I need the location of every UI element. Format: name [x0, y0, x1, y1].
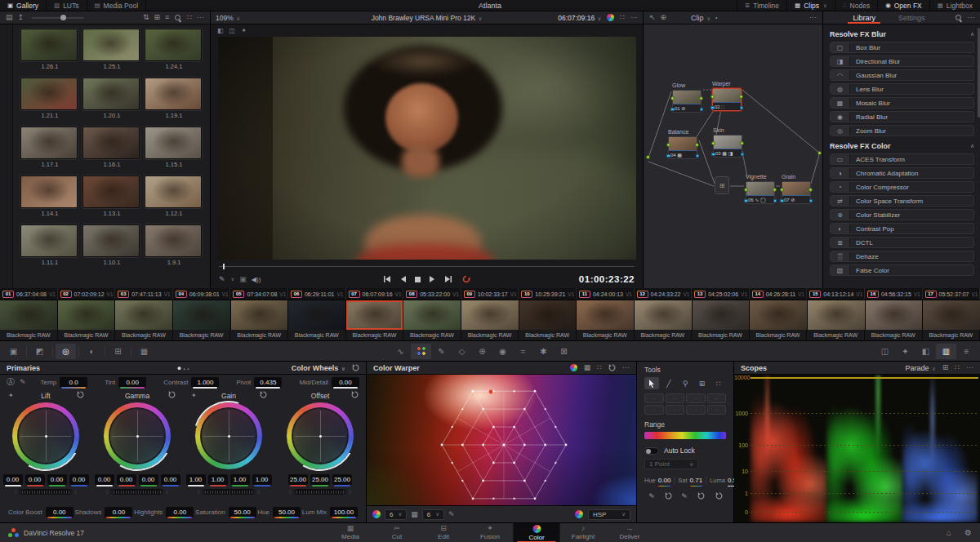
node-key-in-port[interactable]: [710, 106, 715, 110]
page-button-edit[interactable]: ⊟Edit: [421, 523, 467, 542]
timeline-thumbnail[interactable]: [403, 300, 461, 330]
timeline-thumbnail[interactable]: [231, 300, 288, 330]
viewer-source-timecode[interactable]: 06:07:09:16 ∨: [558, 14, 601, 22]
timeline-clip-entry[interactable]: 0106:37:04:08V1: [0, 288, 58, 300]
split-wipe-icon[interactable]: ◫: [229, 27, 236, 34]
color-wheel-lift[interactable]: [12, 402, 79, 469]
wheel-value-field[interactable]: 1.00: [230, 474, 250, 485]
page-button-color[interactable]: Color: [514, 523, 560, 542]
gallery-still[interactable]: 1.13.1: [82, 175, 141, 220]
node-input-port[interactable]: [646, 155, 650, 159]
gallery-still[interactable]: 1.20.1: [82, 78, 141, 122]
top-tab-lightbox[interactable]: ▦Lightbox: [929, 0, 980, 11]
wheel-value-field[interactable]: 25.00: [332, 474, 352, 485]
stills-icon[interactable]: ▤: [6, 14, 13, 21]
fx-item[interactable]: ◔Color Compressor: [830, 181, 974, 193]
node-key-in-port[interactable]: [666, 154, 670, 158]
node-key-out-port[interactable]: [773, 199, 777, 203]
node-rgb-in-port[interactable]: [780, 188, 784, 192]
timeline-clip-entry[interactable]: 0706:07:09:16V1: [346, 288, 404, 300]
magic-mask-icon[interactable]: ◉: [492, 344, 513, 359]
timeline-clip-entry[interactable]: 1104:24:00:13V1: [577, 288, 635, 300]
scopes-icon[interactable]: ▥: [936, 344, 956, 359]
gallery-still[interactable]: 1.15.1: [145, 127, 203, 171]
expand-viewer-icon[interactable]: ∷: [620, 14, 625, 21]
project-settings-icon[interactable]: ⚙: [964, 528, 972, 537]
node-rgb-in-port[interactable]: [670, 96, 675, 100]
auto-balance-icon[interactable]: Ⓐ: [7, 378, 15, 386]
wheel-center-dot[interactable]: [136, 435, 139, 438]
fx-item[interactable]: ⇄Color Space Transform: [830, 195, 974, 207]
motion-effects-icon[interactable]: ▦: [134, 344, 154, 359]
timeline-clip-entry[interactable]: 1705:52:37:07V1: [923, 288, 980, 300]
grab-still-icon[interactable]: ▣: [239, 275, 247, 283]
color-warper-graph[interactable]: [367, 375, 636, 505]
node-rgb-out-port[interactable]: [699, 96, 703, 100]
sat-divisions-select[interactable]: 6∨: [422, 509, 444, 520]
previous-clip-button[interactable]: [383, 276, 391, 282]
gallery-album-strip[interactable]: [0, 24, 13, 288]
node-key-out-port[interactable]: [696, 154, 700, 158]
viewer-zoom-select[interactable]: 109% ∨: [216, 14, 240, 22]
gallery-still[interactable]: 1.17.1: [20, 127, 79, 171]
fx-item[interactable]: ◨Directional Blur: [830, 56, 974, 67]
field-value[interactable]: 0.00: [658, 477, 671, 484]
footer-param-value[interactable]: 0.00: [46, 507, 74, 518]
param-value-field[interactable]: 0.435: [254, 377, 282, 388]
node-key-out-port[interactable]: [809, 199, 813, 203]
color-sampler-icon[interactable]: ✎: [219, 275, 225, 283]
page-button-deliver[interactable]: →Deliver: [607, 523, 653, 542]
library-tab-library[interactable]: Library: [841, 11, 887, 24]
wheel-center-dot[interactable]: [319, 435, 322, 438]
timeline-thumbnail[interactable]: [635, 300, 692, 330]
highlight-icon[interactable]: ✦: [895, 344, 915, 359]
gallery-still[interactable]: 1.12.1: [145, 175, 203, 220]
footer-param-value[interactable]: 0.00: [105, 507, 132, 518]
node-rgb-in-port[interactable]: [711, 141, 715, 145]
brush-plus-button[interactable]: ✎: [644, 490, 659, 502]
node-rgb-out-port[interactable]: [739, 95, 743, 99]
color-wheel-gain[interactable]: [195, 402, 262, 469]
expand-tool-button[interactable]: ∷: [711, 377, 726, 389]
footer-param-value[interactable]: 100.00: [330, 507, 358, 518]
timeline-thumbnail[interactable]: [0, 300, 57, 330]
timeline-clip-entry[interactable]: 1010:25:39:21V1: [519, 288, 577, 300]
search-icon[interactable]: [174, 14, 182, 22]
top-tab-timeline[interactable]: ≣Timeline: [737, 0, 786, 11]
color-wheel-gamma[interactable]: [104, 402, 171, 469]
wheel-reset-icon[interactable]: [260, 391, 267, 400]
power-window-icon[interactable]: ◇: [452, 344, 472, 359]
wheel-value-field[interactable]: 0.00: [3, 474, 23, 485]
timeline-clip-entry[interactable]: 0805:33:22:00V1: [403, 288, 461, 300]
fx-item[interactable]: ▧False Color: [830, 264, 974, 276]
next-clip-button[interactable]: [444, 276, 452, 282]
color-wheels-icon[interactable]: ◎: [56, 344, 76, 359]
expand-icon[interactable]: ∷: [187, 14, 192, 21]
wheel-mode-icon[interactable]: ✦: [191, 392, 197, 399]
draw-tool-icon[interactable]: ✎: [448, 511, 455, 518]
gallery-still[interactable]: 1.16.1: [82, 127, 141, 171]
node-glow[interactable]: Glow01 ⊘: [672, 82, 702, 113]
fx-item[interactable]: ▦Mosaic Blur: [830, 97, 974, 109]
scope-expand-icon[interactable]: ∷: [955, 364, 960, 371]
lock-point-select[interactable]: 1 Point∨: [644, 459, 698, 469]
warp-mode-button[interactable]: ∙∙: [666, 405, 685, 415]
fx-item[interactable]: ◠Gaussian Blur: [830, 69, 974, 81]
wheel-value-field[interactable]: 0.00: [69, 474, 89, 485]
top-tab-media-pool[interactable]: ▤Media Pool: [87, 0, 147, 11]
timeline-thumbnail[interactable]: [923, 300, 980, 330]
top-tab-luts[interactable]: ▥LUTs: [47, 0, 87, 11]
node-key-in-port[interactable]: [780, 199, 784, 203]
param-value-field[interactable]: 0.0: [60, 377, 87, 388]
warper-grid-icon[interactable]: ▦: [584, 364, 591, 371]
auto-lock-toggle[interactable]: [644, 447, 659, 455]
timeline-thumbnail[interactable]: [115, 300, 172, 330]
timeline-clip-entry[interactable]: 0606:29:11:01V1: [288, 288, 346, 300]
fx-item[interactable]: ⊕Color Stabilizer: [830, 209, 974, 220]
fx-section-header[interactable]: Resolve FX Color∧: [830, 140, 974, 151]
wheel-value-field[interactable]: 0.00: [25, 474, 45, 485]
pan-tool-icon[interactable]: ⊕: [661, 14, 667, 21]
master-wheel-slider[interactable]: [15, 489, 77, 495]
gallery-still[interactable]: 1.10.1: [82, 224, 141, 269]
node-output-port[interactable]: [817, 151, 822, 155]
